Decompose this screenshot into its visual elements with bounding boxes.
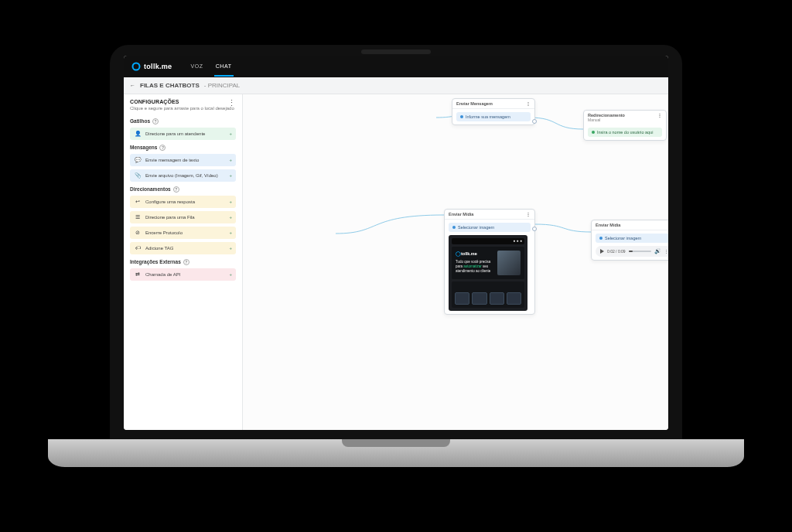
nav-tabs: VOZ CHAT [189, 57, 233, 77]
audio-time: 0:02 / 0:09 [607, 249, 626, 254]
tab-chat[interactable]: CHAT [214, 57, 234, 77]
preview-line3: atendimento ao cliente [456, 269, 493, 274]
audio-track[interactable] [629, 251, 651, 252]
breadcrumb-title: FILAS E CHATBOTS [140, 82, 200, 89]
block-direcione-fila[interactable]: ☰ Direcione para uma Fila + [130, 211, 236, 223]
message-icon: 💬 [134, 156, 142, 164]
breadcrumb-sub: - PRINCIPAL [204, 82, 241, 89]
group-gatilhos: Gatilhos? [130, 118, 236, 124]
workspace: ⋮ CONFIGURAÇÕES Clique e segure para arr… [124, 94, 668, 430]
node-redirecionamento-1[interactable]: Redirecionamento⋮ Manual Insira o nome d… [583, 110, 667, 141]
tag-icon: 🏷 [134, 244, 142, 252]
preview-header-bar [452, 238, 524, 244]
node-menu-icon[interactable]: ⋮ [657, 113, 662, 118]
plus-icon: + [229, 215, 232, 220]
group-direcionamentos: Direcionamentos? [130, 186, 236, 193]
block-chamada-api[interactable]: ⇄ Chamada de API + [130, 268, 236, 281]
preview-footer [452, 281, 524, 308]
sidebar-header: CONFIGURAÇÕES [130, 99, 236, 104]
attachment-icon: 📎 [134, 172, 142, 179]
preview-logo: ◯tollk.me [456, 251, 493, 257]
plus-icon: + [229, 158, 232, 162]
tab-voz[interactable]: VOZ [189, 57, 204, 77]
brand-logo: tollk.me [131, 62, 172, 71]
block-configura-resposta[interactable]: ↩ Configure uma resposta + [130, 196, 236, 208]
plus-icon: + [229, 230, 232, 235]
user-icon: 👤 [134, 130, 142, 138]
node-pill[interactable]: Insira o nome do usuário aqui [588, 128, 662, 137]
node-pill[interactable]: Informe sua mensagem [456, 112, 531, 121]
plus-icon: + [229, 246, 232, 251]
sidebar: ⋮ CONFIGURAÇÕES Clique e segure para arr… [124, 94, 243, 430]
block-mensagem-texto[interactable]: 💬 Envie mensagem de texto + [130, 154, 236, 166]
block-direcione-atendente[interactable]: 👤 Direcione para um atendente + [130, 128, 236, 140]
svg-point-0 [133, 63, 140, 70]
help-icon[interactable]: ? [152, 118, 159, 124]
more-icon[interactable]: ⋮ [227, 101, 236, 106]
back-icon[interactable]: ← [130, 83, 135, 88]
queue-icon: ☰ [134, 213, 142, 221]
audio-menu-icon[interactable]: ⋮ [664, 249, 668, 254]
node-pill[interactable]: Selecionar imagem [596, 234, 668, 243]
plus-icon: + [229, 173, 232, 178]
laptop-base [48, 439, 744, 467]
block-enviar-arquivo[interactable]: 📎 Envie arquivo (Imagem, Gif, Vídeo) + [130, 169, 236, 182]
node-menu-icon[interactable]: ⋮ [526, 101, 531, 106]
node-enviar-midia-imagem[interactable]: Enviar Mídia⋮ Selecionar imagem ◯tollk.m… [444, 209, 535, 315]
brand-name: tollk.me [144, 63, 172, 70]
group-mensagens: Mensagens? [130, 145, 236, 151]
close-icon: ⊘ [134, 229, 142, 237]
node-menu-icon[interactable]: ⋮ [526, 212, 531, 217]
preview-image-placeholder [497, 251, 521, 275]
node-pill[interactable]: Selecionar imagem [449, 223, 531, 232]
plus-icon: + [229, 272, 232, 277]
output-port[interactable] [532, 227, 537, 231]
plus-icon: + [229, 131, 232, 136]
reply-icon: ↩ [134, 198, 142, 206]
laptop-frame: tollk.me VOZ CHAT ← FILAS E CHATBOTS - P… [110, 45, 682, 439]
flow-canvas[interactable]: Enviar Mensagem⋮ Informe sua mensagem Re… [243, 94, 668, 430]
app-screen: tollk.me VOZ CHAT ← FILAS E CHATBOTS - P… [124, 56, 668, 430]
help-icon[interactable]: ? [183, 259, 189, 265]
node-enviar-midia-audio[interactable]: Enviar Mídia⋮ Selecionar imagem 0:02 / 0… [591, 220, 668, 261]
node-enviar-mensagem[interactable]: Enviar Mensagem⋮ Informe sua mensagem [452, 98, 535, 125]
api-icon: ⇄ [134, 271, 142, 278]
audio-player[interactable]: 0:02 / 0:09 🔊 ⋮ [596, 246, 668, 257]
top-nav: tollk.me VOZ CHAT [124, 56, 668, 77]
media-preview: ◯tollk.me Tudo que você precisa para aut… [449, 235, 527, 311]
block-encerre-protocolo[interactable]: ⊘ Encerre Protocolo + [130, 227, 236, 239]
sidebar-subtitle: Clique e segure para arraste para o loca… [130, 106, 236, 112]
node-subtitle: Manual [584, 118, 666, 124]
plus-icon: + [229, 200, 232, 204]
group-integracoes: Integrações Externas? [130, 259, 236, 265]
volume-icon[interactable]: 🔊 [654, 248, 661, 254]
play-icon[interactable] [600, 249, 604, 254]
help-icon[interactable]: ? [173, 186, 179, 193]
output-port[interactable] [532, 119, 537, 124]
help-icon[interactable]: ? [159, 145, 166, 151]
block-adicione-tag[interactable]: 🏷 Adicione TAG + [130, 242, 236, 254]
breadcrumb: ← FILAS E CHATBOTS - PRINCIPAL [124, 77, 668, 94]
logo-icon [131, 62, 141, 71]
